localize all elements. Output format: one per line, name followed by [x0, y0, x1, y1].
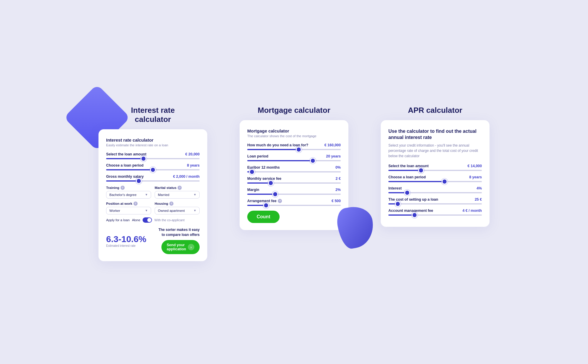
- send-application-button[interactable]: Send your application ›: [161, 240, 200, 254]
- page-wrapper: Interest rate calculator Interest rate c…: [88, 103, 500, 261]
- card-title-interest: Interest rate calculator: [106, 137, 200, 142]
- euribor-label: Euribor 12 months: [247, 165, 280, 170]
- loan-period-value: 8 years: [187, 163, 200, 167]
- training-help-icon: ?: [121, 186, 125, 190]
- apply-label: Apply for a loan: [106, 218, 130, 222]
- housing-help-icon: ?: [169, 202, 173, 206]
- mortgage-loan-period-track[interactable]: [247, 160, 341, 161]
- housing-arrow-icon: ▼: [193, 209, 196, 212]
- apply-toggle[interactable]: [143, 217, 152, 223]
- arrangement-label-group: Arrangement fee ?: [247, 199, 282, 203]
- rate-label: Estimated interest rate: [106, 244, 136, 247]
- mortgage-loan-period-thumb[interactable]: [311, 159, 315, 163]
- apr-setup-track[interactable]: [388, 203, 482, 204]
- mortgage-loan-amount-value: € 160,000: [324, 143, 341, 147]
- col-mortgage: Mortgage calculator Mortgage calculator …: [229, 103, 359, 230]
- apr-setup-field: The cost of setting up a loan 25 €: [388, 197, 482, 204]
- apr-loan-amount-thumb[interactable]: [419, 168, 423, 172]
- margin-label: Margin: [247, 188, 259, 192]
- service-fee-track[interactable]: [247, 182, 341, 184]
- margin-thumb[interactable]: [273, 192, 277, 196]
- salary-fill: [106, 180, 139, 182]
- service-fee-label: Monthly service fee: [247, 177, 281, 181]
- position-label: Position at work ?: [106, 202, 151, 206]
- rate-big: 6.3-10.6%: [106, 234, 146, 244]
- apr-interest-fill: [388, 192, 407, 193]
- mortgage-loan-period-value: 20 years: [326, 154, 341, 158]
- marital-arrow-icon: ▼: [193, 193, 196, 196]
- arrangement-track[interactable]: [247, 205, 341, 206]
- col-apr: APR calculator Use the calculator to fin…: [370, 103, 500, 227]
- marital-select[interactable]: Married ▼: [155, 191, 200, 199]
- mortgage-loan-period-fill: [247, 160, 313, 161]
- count-button[interactable]: Count: [247, 211, 280, 223]
- position-arrow-icon: ▼: [145, 209, 148, 212]
- training-marital-row: Training ? Bachelor's degree ▼ Marital s…: [106, 186, 200, 199]
- margin-value: 2%: [335, 188, 341, 192]
- margin-track[interactable]: [247, 194, 341, 195]
- mortgage-loan-amount-track[interactable]: [247, 149, 341, 150]
- training-label: Training ?: [106, 186, 151, 190]
- mortgage-card: Mortgage calculator The calculator shows…: [240, 120, 348, 230]
- loan-period-label: Choose a loan period: [106, 163, 143, 167]
- euribor-thumb[interactable]: [250, 170, 254, 174]
- apr-account-label: Account management fee: [388, 209, 433, 213]
- arrangement-fill: [247, 205, 266, 206]
- apr-loan-amount-track[interactable]: [388, 170, 482, 171]
- salary-field: Gross monthly salary € 2,000 / month: [106, 175, 200, 182]
- mortgage-loan-amount-thumb[interactable]: [297, 147, 301, 152]
- apr-card-title: Use the calculator to find out the actua…: [388, 128, 482, 141]
- euribor-value: 0%: [335, 165, 341, 170]
- apr-interest-thumb[interactable]: [405, 191, 409, 195]
- card-title-mortgage: Mortgage calculator: [247, 128, 341, 133]
- loan-period-thumb[interactable]: [151, 168, 155, 172]
- loan-amount-label: Select the loan amount: [106, 152, 146, 156]
- arrangement-thumb[interactable]: [264, 203, 268, 207]
- housing-select[interactable]: Owned apartment ▼: [155, 207, 200, 214]
- apr-loan-period-thumb[interactable]: [442, 180, 447, 184]
- col-interest-rate: Interest rate calculator Interest rate c…: [88, 103, 218, 261]
- toggle-dot: [147, 218, 151, 222]
- salary-thumb[interactable]: [137, 179, 141, 183]
- salary-value: € 2,000 / month: [173, 175, 200, 179]
- marital-value: Married: [158, 193, 169, 197]
- card-bottom: 6.3-10.6% Estimated interest rate The so…: [106, 227, 200, 254]
- apr-loan-period-track[interactable]: [388, 181, 482, 182]
- apr-setup-thumb[interactable]: [396, 202, 400, 206]
- service-fee-thumb[interactable]: [269, 181, 273, 185]
- apr-loan-period-field: Choose a loan period 8 years: [388, 175, 482, 182]
- right-section: The sorter makes it easy to compare loan…: [156, 227, 200, 254]
- position-select[interactable]: Worker ▼: [106, 207, 151, 214]
- apr-loan-amount-field: Select the loan amount € 14,000: [388, 164, 482, 171]
- euribor-track[interactable]: [247, 171, 341, 172]
- euribor-field: Euribor 12 months 0%: [247, 165, 341, 172]
- apr-loan-period-value: 8 years: [469, 175, 482, 179]
- margin-field: Margin 2%: [247, 188, 341, 195]
- apr-loan-period-fill: [388, 181, 445, 182]
- apr-setup-label: The cost of setting up a loan: [388, 197, 438, 202]
- apr-account-track[interactable]: [388, 214, 482, 216]
- loan-period-track[interactable]: [106, 169, 200, 170]
- apr-loan-amount-value: € 14,000: [467, 164, 482, 168]
- col-title-apr: APR calculator: [408, 106, 462, 115]
- apr-setup-value: 25 €: [475, 197, 482, 202]
- loan-amount-thumb[interactable]: [141, 157, 146, 161]
- apr-interest-track[interactable]: [388, 192, 482, 193]
- loan-amount-track[interactable]: [106, 158, 200, 159]
- apr-account-thumb[interactable]: [412, 213, 417, 217]
- card-subtitle-mortgage: The calculator shows the cost of the mor…: [247, 134, 341, 138]
- loan-amount-fill: [106, 158, 143, 159]
- apr-account-field: Account management fee 4 € / month: [388, 209, 482, 216]
- sorter-text: The sorter makes it easy to compare loan…: [156, 227, 200, 237]
- housing-value: Owned apartment: [158, 209, 185, 212]
- apr-interest-field: Interest 4%: [388, 186, 482, 193]
- loan-period-field: Choose a loan period 8 years: [106, 163, 200, 170]
- apr-account-value: 4 € / month: [462, 209, 482, 213]
- salary-label: Gross monthly salary: [106, 175, 144, 179]
- apr-loan-amount-fill: [388, 170, 421, 171]
- toggle-alone: Alone: [132, 218, 140, 222]
- apr-loan-period-label: Choose a loan period: [388, 175, 426, 179]
- rate-display: 6.3-10.6% Estimated interest rate: [106, 234, 146, 247]
- training-select[interactable]: Bachelor's degree ▼: [106, 191, 151, 199]
- salary-track[interactable]: [106, 180, 200, 182]
